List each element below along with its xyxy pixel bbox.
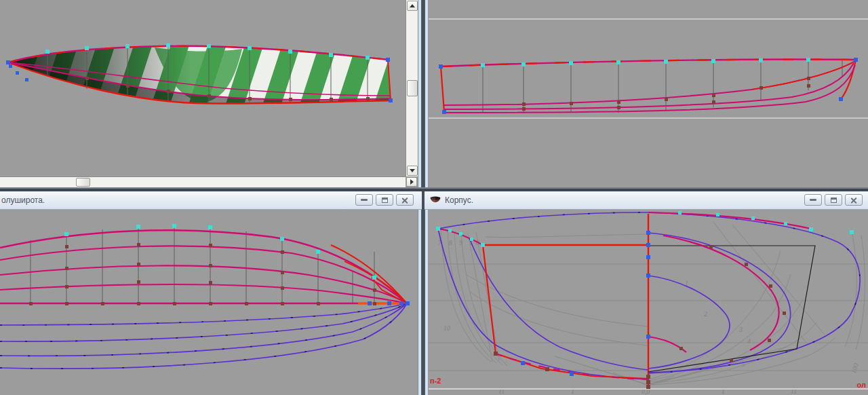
minimize-icon [361, 199, 368, 201]
maximize-icon [382, 198, 388, 203]
window-profile-view [425, 0, 868, 187]
hull-plan-render [0, 210, 418, 395]
control-points-bodyplan[interactable] [436, 211, 854, 389]
horizontal-scroll-thumb[interactable] [76, 178, 90, 187]
hull-3d-render [0, 0, 406, 176]
profile-wireframe [441, 60, 856, 113]
window-title: олуширота. [1, 195, 45, 205]
freeship-mdi-workspace: олуширота. [0, 0, 868, 395]
window-frame [418, 210, 422, 395]
maximize-button[interactable] [376, 194, 393, 206]
close-button[interactable] [396, 194, 414, 206]
minimize-icon [810, 199, 816, 201]
horizontal-scrollbar[interactable] [0, 176, 406, 188]
arrow-right-icon [410, 179, 414, 185]
window-frame [418, 0, 422, 187]
viewport-profile-canvas[interactable] [429, 0, 868, 187]
bg-number: 2 [704, 310, 707, 318]
hull-bodyplan-render: 7 8 9 10 10 1 2 3 4 5 11 1 0,0 1 11 100 [429, 210, 868, 395]
bg-number: 100 [850, 362, 860, 374]
vertical-scroll-thumb[interactable] [407, 80, 418, 96]
grid-label-left: п-2 [430, 377, 441, 385]
window-halfbreadth-view: олуширота. [0, 191, 422, 395]
maximize-icon [831, 198, 837, 203]
arrow-down-icon [410, 169, 415, 172]
station-lines-profile [483, 60, 842, 113]
control-points-profile[interactable] [439, 58, 858, 114]
window-3d-view [0, 0, 422, 187]
plan-waterlines-upper [0, 230, 407, 303]
minimize-button[interactable] [355, 194, 373, 206]
viewport-halfbreadth-canvas[interactable] [0, 210, 418, 395]
scroll-up-button[interactable] [407, 1, 418, 11]
window-bodyplan-view: Корпус. [425, 191, 868, 395]
window-title: Корпус. [445, 195, 473, 205]
close-icon [401, 198, 408, 203]
bg-number: 7 8 9 10 [438, 239, 482, 246]
close-icon [850, 198, 857, 203]
titlebar-halfbreadth[interactable]: олуширота. [0, 191, 422, 210]
hull-profile-render [429, 0, 868, 187]
bg-number: 10 [443, 324, 450, 332]
station-lines-plan [31, 226, 374, 303]
hull-window-icon [430, 195, 441, 206]
grid-label-right: ол [857, 381, 866, 389]
titlebar-bodyplan[interactable]: Корпус. [425, 191, 868, 210]
scroll-down-button[interactable] [407, 166, 418, 176]
bg-number: 5 [742, 360, 745, 368]
plan-waterlines-lower [0, 303, 407, 369]
close-button[interactable] [845, 194, 863, 206]
bg-number: 4 [747, 337, 751, 345]
scroll-right-button[interactable] [406, 177, 417, 187]
bg-number: 3 [738, 326, 743, 333]
minimize-button[interactable] [804, 194, 822, 206]
viewport-bodyplan-canvas[interactable]: 7 8 9 10 10 1 2 3 4 5 11 1 0,0 1 11 100 [429, 210, 868, 395]
vertical-scrollbar[interactable] [406, 0, 418, 176]
maximize-button[interactable] [825, 194, 842, 206]
arrow-up-icon [410, 4, 415, 7]
viewport-3d-canvas[interactable] [0, 0, 406, 176]
